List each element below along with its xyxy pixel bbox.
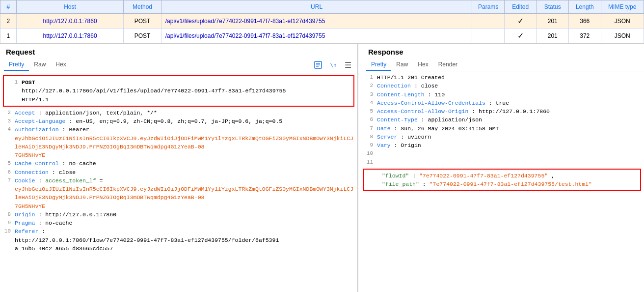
code-line: 7GH5NHvYE (0, 151, 357, 159)
tab-response-pretty[interactable]: Pretty (366, 59, 391, 71)
tab-response-hex[interactable]: Hex (413, 59, 433, 71)
code-line: 6 Connection : close (0, 168, 357, 176)
response-panel: Response Pretty Raw Hex Render 1 HTTP/1.… (358, 44, 644, 292)
code-line: eyJhbGciOiJIUzI1NiIsInR5cCI6IkpXVCJ9.eyJ… (0, 185, 357, 202)
cell-params (472, 14, 505, 29)
request-icon-menu[interactable]: ☰ (343, 60, 353, 69)
code-line: 10 (362, 149, 644, 158)
response-title: Response (362, 48, 644, 58)
col-header-num[interactable]: # (0, 0, 17, 14)
col-header-edited[interactable]: Edited (504, 0, 537, 14)
cell-edited: ✓ (504, 14, 537, 29)
json-val-flowid: "7e774022-0991-47f7-83a1-ef127d439755" (419, 173, 548, 179)
code-line: 11 (362, 158, 644, 167)
request-tabs: Pretty Raw Hex \n ☰ (0, 58, 357, 71)
cell-mime: JSON (601, 29, 644, 43)
code-line: 6 Content-Type : application/json (362, 116, 644, 124)
cell-length: 366 (569, 14, 601, 29)
json-val-filepath: "7e774022-0991-47f7-83a1-ef127d439755/te… (429, 181, 592, 187)
code-line: 5 Access-Control-Allow-Origin : http://1… (362, 107, 644, 116)
request-icon-doc[interactable] (313, 60, 324, 69)
table-row[interactable]: 2 http://127.0.0.1:7860 POST /api/v1/fil… (0, 14, 644, 29)
code-line: 1 HTTP/1.1 201 Created (362, 73, 644, 82)
code-line: 10 Referer : (0, 227, 357, 235)
request-panel: Request Pretty Raw Hex \n ☰ 1 POST (0, 44, 358, 292)
col-header-length[interactable]: Length (569, 0, 601, 14)
tab-request-hex[interactable]: Hex (51, 59, 71, 71)
tab-response-render[interactable]: Render (433, 59, 462, 71)
response-json-highlight: "flowId" : "7e774022-0991-47f7-83a1-ef12… (363, 169, 641, 192)
code-line: 7 Date : Sun, 26 May 2024 03:41:58 GMT (362, 124, 644, 133)
request-body: 1 POST http://127.0.0.1:7860/api/v1/file… (0, 71, 357, 292)
col-header-status[interactable]: Status (537, 0, 569, 14)
code-line: HTTP/1.1 (7, 95, 350, 104)
request-title: Request (0, 48, 357, 58)
code-line: http://127.0.0.1:7860/api/v1/files/uploa… (7, 87, 350, 95)
code-line: 1 POST (7, 78, 350, 87)
request-highlight: 1 POST http://127.0.0.1:7860/api/v1/file… (3, 75, 354, 107)
col-header-url[interactable]: URL (161, 0, 472, 14)
code-line: 9 Pragma : no-cache (0, 219, 357, 227)
cell-url: /api/v1/files/upload/7e774022-0991-47f7-… (161, 14, 472, 29)
response-tabs: Pretty Raw Hex Render (362, 58, 644, 71)
code-line: 8 Origin : http://127.0.0.1:7860 (0, 210, 357, 219)
tab-response-raw[interactable]: Raw (391, 59, 413, 71)
cell-host: http://127.0.0.1:7860 (16, 29, 124, 43)
code-line: 3 Accept-Language : en-US, en;q=0.9, zh-… (0, 117, 357, 125)
cell-length: 372 (569, 29, 601, 43)
code-line: 4 Authorization : Bearer (0, 125, 357, 134)
table-row[interactable]: 1 http://127.0.0.1:7860 POST /api/v1/fil… (0, 29, 644, 43)
col-header-method[interactable]: Method (124, 0, 161, 14)
code-line: 2 Connection : close (362, 82, 644, 90)
col-header-host[interactable]: Host (16, 0, 124, 14)
code-line: 2 Accept : application/json, text/plain,… (0, 109, 357, 117)
tab-request-raw[interactable]: Raw (29, 59, 51, 71)
code-line: 3 Content-Length : 110 (362, 90, 644, 99)
code-line: "file_path" : "7e774022-0991-47f7-83a1-e… (367, 180, 637, 188)
cell-status: 201 (537, 29, 569, 43)
code-line: 7GH5NHvYE (0, 202, 357, 210)
cell-params (472, 29, 505, 43)
tab-request-pretty[interactable]: Pretty (4, 59, 29, 71)
code-line: 5 Cache-Control : no-cache (0, 159, 357, 168)
code-line: http://127.0.0.1:7860/flow/7e774022-0991… (0, 236, 357, 244)
code-line: 9 Vary : Origin (362, 141, 644, 149)
cell-mime: JSON (601, 14, 644, 29)
cell-host: http://127.0.0.1:7860 (16, 14, 124, 29)
request-icon-newline[interactable]: \n (328, 60, 339, 69)
code-line: eyJhbGciOiJIUzI1NiIsInR5cCI6IkpXVCJ9.eyJ… (0, 134, 357, 151)
code-line: 8 Server : uvicorn (362, 133, 644, 141)
col-header-params[interactable]: Params (472, 0, 505, 14)
cell-method: POST (124, 29, 161, 43)
json-key-filepath: "file_path" (382, 181, 419, 187)
requests-table: # Host Method URL Params Edited Status L… (0, 0, 644, 43)
response-body: 1 HTTP/1.1 201 Created 2 Connection : cl… (362, 71, 644, 292)
cell-edited: ✓ (504, 29, 537, 43)
cell-status: 201 (537, 14, 569, 29)
cell-url: /api/v1/files/upload/7e774022-0991-47f7-… (161, 29, 472, 43)
code-line: a-16b5-40c2-a655-d83665cdc557 (0, 244, 357, 253)
cell-num: 2 (0, 14, 17, 29)
cell-num: 1 (0, 29, 17, 43)
code-line: 7 Cookie : access_token_lf = (0, 176, 357, 185)
col-header-mime[interactable]: MIME type (601, 0, 644, 14)
main-content: Request Pretty Raw Hex \n ☰ 1 POST (0, 43, 644, 292)
cell-method: POST (124, 14, 161, 29)
code-line: "flowId" : "7e774022-0991-47f7-83a1-ef12… (367, 172, 637, 180)
json-key-flowid: "flowId" (382, 173, 409, 179)
code-line: 4 Access-Control-Allow-Credentials : tru… (362, 99, 644, 107)
